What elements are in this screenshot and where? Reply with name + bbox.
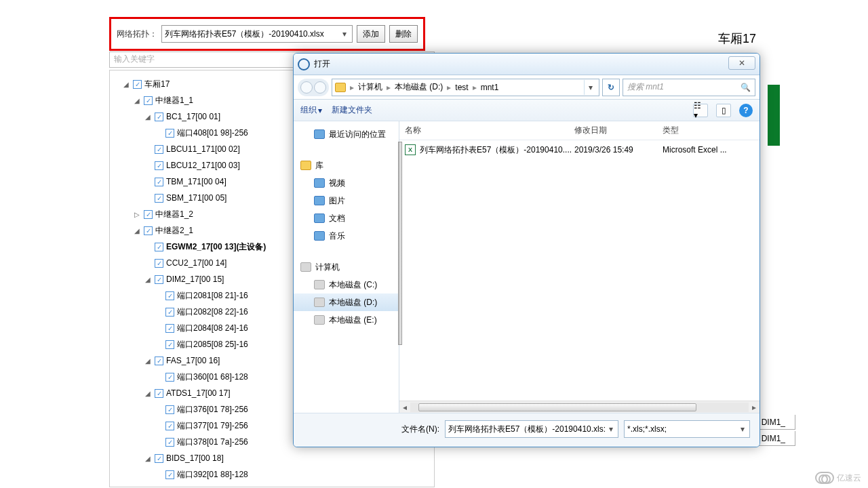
sidebar-drive-e[interactable]: 本地磁盘 (E:) — [294, 311, 399, 329]
checkbox[interactable]: ✓ — [165, 373, 174, 382]
search-input[interactable]: 搜索 mnt1🔍 — [623, 79, 755, 96]
checkbox[interactable]: ✓ — [155, 113, 163, 121]
checkbox[interactable]: ✓ — [165, 291, 174, 300]
checkbox[interactable]: ✓ — [165, 470, 174, 479]
checkbox[interactable]: ✓ — [144, 96, 153, 105]
file-open-dialog: 打开 ✕ ▸计算机 ▸本地磁盘 (D:) ▸test ▸mnt1 ▾ ↻ 搜索 … — [293, 53, 760, 447]
collapse-icon[interactable]: ◢ — [144, 390, 152, 397]
checkbox[interactable]: ✓ — [165, 405, 174, 414]
add-button[interactable]: 添加 — [357, 25, 385, 43]
expand-icon[interactable]: ▷ — [133, 211, 141, 218]
checkbox[interactable]: ✓ — [155, 145, 163, 154]
checkbox[interactable]: ✓ — [133, 80, 142, 89]
delete-button[interactable]: 删除 — [389, 25, 418, 43]
checkbox[interactable]: ✓ — [155, 243, 163, 251]
column-headers[interactable]: 名称 修改日期 类型 — [399, 121, 760, 140]
view-menu[interactable]: ☷ ▾ — [693, 104, 708, 117]
checkbox[interactable]: ✓ — [155, 275, 163, 284]
col-name[interactable]: 名称 — [405, 125, 574, 136]
chevron-down-icon[interactable]: ▾ — [584, 80, 596, 95]
tree-node[interactable]: ◢✓BIDS_17[00 18] — [113, 450, 431, 466]
organize-menu[interactable]: 组织 ▾ — [300, 104, 322, 116]
tree-label: 端口2081[08 21]-16 — [177, 290, 248, 302]
breadcrumb[interactable]: ▸计算机 ▸本地磁盘 (D:) ▸test ▸mnt1 ▾ — [332, 79, 599, 96]
dialog-title: 打开 — [314, 58, 330, 70]
topology-label: 网络拓扑： — [117, 28, 157, 40]
close-button[interactable]: ✕ — [728, 56, 755, 70]
preview-pane-button[interactable]: ▯ — [716, 104, 731, 117]
new-folder-button[interactable]: 新建文件夹 — [332, 104, 372, 116]
collapse-icon[interactable]: ◢ — [144, 455, 152, 462]
sidebar-pictures[interactable]: 图片 — [294, 192, 399, 209]
sidebar-video[interactable]: 视频 — [294, 174, 399, 192]
search-icon: 🔍 — [741, 83, 751, 92]
tree-label: DIM2_17[00 15] — [166, 274, 224, 284]
sidebar-drive-c[interactable]: 本地磁盘 (C:) — [294, 276, 399, 293]
dialog-nav: ▸计算机 ▸本地磁盘 (D:) ▸test ▸mnt1 ▾ ↻ 搜索 mnt1🔍 — [294, 75, 760, 100]
checkbox[interactable]: ✓ — [155, 161, 163, 170]
checkbox[interactable]: ✓ — [165, 438, 174, 447]
dialog-toolbar: 组织 ▾ 新建文件夹 ☷ ▾ ▯ ? — [294, 100, 760, 121]
dialog-titlebar: 打开 ✕ — [294, 54, 760, 75]
checkbox[interactable]: ✓ — [165, 422, 174, 430]
col-type[interactable]: 类型 — [663, 125, 754, 136]
checkbox[interactable]: ✓ — [144, 226, 153, 235]
checkbox[interactable]: ✓ — [155, 259, 163, 268]
refresh-button[interactable]: ↻ — [602, 79, 620, 96]
app-icon — [298, 58, 310, 70]
checkbox[interactable]: ✓ — [155, 178, 163, 186]
nav-back-forward[interactable] — [298, 79, 329, 96]
collapse-icon[interactable]: ◢ — [122, 81, 130, 88]
filename-combo[interactable]: 列车网络拓扑表E57（模板）-20190410.xls:▾ — [445, 420, 618, 438]
tree-node[interactable]: ✓端口392[01 88]-128 — [113, 466, 431, 483]
help-icon[interactable]: ? — [739, 104, 753, 117]
tree-label: LBCU12_171[00 03] — [166, 161, 240, 170]
collapse-icon[interactable]: ◢ — [144, 276, 152, 283]
dialog-footer: 文件名(N): 列车网络拓扑表E57（模板）-20190410.xls:▾ *.… — [294, 413, 760, 447]
sidebar-recent[interactable]: 最近访问的位置 — [294, 125, 399, 143]
col-date[interactable]: 修改日期 — [574, 125, 663, 136]
excel-icon: X — [405, 144, 416, 155]
sidebar-libraries[interactable]: 库 — [294, 157, 399, 174]
sidebar-computer[interactable]: 计算机 — [294, 258, 399, 276]
collapse-icon[interactable]: ◢ — [144, 357, 152, 365]
filetype-combo[interactable]: *.xls;*.xlsx;▾ — [624, 420, 750, 438]
horizontal-scrollbar[interactable]: ◂▸ — [399, 401, 760, 413]
tree-label: BC1_17[00 01] — [166, 112, 220, 121]
watermark: 亿速云 — [815, 472, 861, 484]
topology-combo[interactable]: 列车网络拓扑表E57（模板）-20190410.xlsx ▾ — [161, 25, 353, 43]
tree-label: 端口408[01 98]-256 — [177, 127, 248, 139]
collapse-icon[interactable]: ◢ — [133, 227, 141, 235]
checkbox[interactable]: ✓ — [155, 389, 163, 398]
topology-combo-value: 列车网络拓扑表E57（模板）-20190410.xlsx — [165, 28, 324, 40]
tree-label: 端口2082[08 22]-16 — [177, 306, 248, 318]
folder-icon — [335, 83, 346, 92]
collapse-icon[interactable]: ◢ — [133, 97, 141, 104]
tree-label: 中继器1_1 — [155, 95, 193, 106]
collapse-icon[interactable]: ◢ — [144, 113, 152, 121]
places-sidebar: 最近访问的位置 库 视频 图片 文档 音乐 计算机 本地磁盘 (C:) 本地磁盘… — [294, 121, 399, 413]
crumb-test[interactable]: test — [455, 83, 468, 92]
sidebar-music[interactable]: 音乐 — [294, 227, 399, 245]
sidebar-documents[interactable]: 文档 — [294, 209, 399, 227]
crumb-mnt1[interactable]: mnt1 — [481, 83, 499, 92]
panel-title: 车厢17 — [718, 30, 756, 47]
file-list[interactable]: 名称 修改日期 类型 X列车网络拓扑表E57（模板）-20190410.... … — [399, 121, 760, 413]
checkbox[interactable]: ✓ — [155, 357, 163, 365]
checkbox[interactable]: ✓ — [165, 340, 174, 349]
crumb-drive-d[interactable]: 本地磁盘 (D:) — [395, 81, 443, 93]
checkbox[interactable]: ✓ — [165, 129, 174, 138]
file-row[interactable]: X列车网络拓扑表E57（模板）-20190410.... 2019/3/26 1… — [399, 140, 760, 159]
checkbox[interactable]: ✓ — [144, 210, 153, 219]
crumb-computer[interactable]: 计算机 — [358, 81, 382, 93]
checkbox[interactable]: ✓ — [155, 454, 163, 463]
checkbox[interactable]: ✓ — [165, 308, 174, 317]
chevron-down-icon: ▾ — [318, 106, 322, 115]
chevron-down-icon: ▾ — [338, 27, 351, 41]
tree-label: 端口360[01 68]-128 — [177, 371, 248, 383]
checkbox[interactable]: ✓ — [165, 324, 174, 333]
checkbox[interactable]: ✓ — [155, 194, 163, 203]
watermark-icon — [815, 472, 834, 484]
sidebar-drive-d[interactable]: 本地磁盘 (D:) — [294, 293, 399, 311]
tree-label: 端口378[01 7a]-256 — [177, 436, 248, 448]
